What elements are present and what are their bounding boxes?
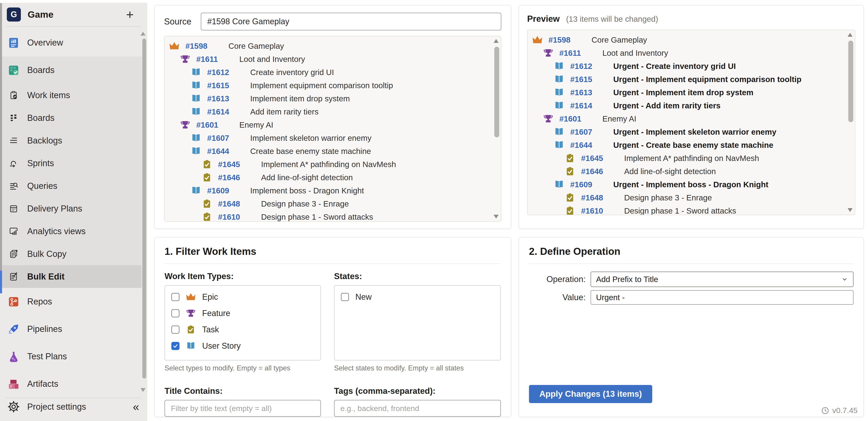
sidebar-item-work-items[interactable]: Work items	[0, 84, 142, 107]
tree-item[interactable]: #1615Implement equipment comparison tool…	[169, 79, 487, 92]
work-item-id[interactable]: #1613	[570, 88, 604, 97]
tree-item[interactable]: #1610Design phase 1 - Sword attacks	[169, 210, 487, 222]
sidebar-item-artifacts[interactable]: Artifacts	[0, 370, 142, 398]
work-item-id[interactable]: #1613	[207, 94, 241, 103]
sidebar-item-backlogs[interactable]: Backlogs	[0, 129, 142, 152]
scroll-down-icon[interactable]	[494, 215, 499, 218]
sidebar-item-overview[interactable]: Overview	[0, 29, 142, 56]
tree-item[interactable]: #1612Create inventory grid UI	[169, 66, 487, 79]
tree-item[interactable]: #1613Implement item drop system	[169, 92, 487, 105]
work-item-id[interactable]: #1598	[549, 35, 583, 44]
scroll-up-icon[interactable]	[494, 39, 499, 43]
sidebar-scrollbar-thumb[interactable]	[142, 38, 146, 379]
work-item-id[interactable]: #1646	[218, 173, 252, 182]
checkbox-row-task[interactable]: Task	[171, 324, 314, 335]
work-item-id[interactable]: #1614	[207, 107, 241, 116]
work-item-id[interactable]: #1648	[581, 193, 615, 202]
work-item-id[interactable]: #1610	[581, 206, 615, 215]
tags-input[interactable]	[334, 400, 501, 417]
tree-item[interactable]: #1646Add line-of-sight detection	[532, 165, 841, 178]
sidebar-item-boards[interactable]: Boards	[0, 107, 142, 129]
work-item-id[interactable]: #1615	[207, 81, 241, 90]
sidebar-item-boards[interactable]: Boards	[0, 56, 142, 84]
sidebar-item-bulk-edit[interactable]: Bulk Edit	[0, 265, 142, 288]
unchecked-checkbox[interactable]	[171, 326, 180, 334]
tree-item[interactable]: #1598Core Gameplay	[532, 33, 841, 47]
sidebar-item-sprints[interactable]: Sprints	[0, 152, 142, 175]
scrollbar-thumb[interactable]	[494, 47, 499, 138]
tree-item[interactable]: #1644Create base enemy state machine	[169, 145, 487, 158]
work-item-id[interactable]: #1607	[570, 127, 604, 137]
sidebar-scroll-down-icon[interactable]	[141, 388, 146, 392]
checkbox-row-feature[interactable]: Feature	[171, 308, 314, 319]
work-item-id[interactable]: #1612	[207, 68, 241, 77]
sidebar-item-project-settings[interactable]: Project settings «	[0, 398, 147, 415]
tree-item[interactable]: #1607Implement skeleton warrior enemy	[169, 131, 487, 145]
tree-item[interactable]: #1609Urgent - Implement boss - Dragon Kn…	[532, 178, 841, 191]
scrollbar-thumb[interactable]	[848, 40, 853, 122]
scroll-up-icon[interactable]	[847, 33, 852, 37]
unchecked-checkbox[interactable]	[341, 293, 349, 301]
work-item-id[interactable]: #1601	[559, 114, 593, 123]
sidebar-item-pipelines[interactable]: Pipelines	[0, 315, 142, 343]
work-item-id[interactable]: #1645	[581, 154, 615, 163]
tree-item[interactable]: #1610Design phase 1 - Sword attacks	[532, 204, 841, 215]
sidebar-item-repos[interactable]: Repos	[0, 288, 142, 315]
work-item-id[interactable]: #1607	[207, 133, 241, 143]
tree-item[interactable]: #1601Enemy AI	[169, 118, 487, 131]
collapse-sidebar-icon[interactable]: «	[133, 400, 139, 413]
work-item-id[interactable]: #1615	[570, 75, 604, 84]
tree-item[interactable]: #1612Urgent - Create inventory grid UI	[532, 60, 841, 73]
work-item-id[interactable]: #1609	[570, 180, 604, 189]
add-project-button[interactable]: +	[126, 8, 134, 21]
work-item-id[interactable]: #1612	[570, 62, 604, 71]
work-item-id[interactable]: #1609	[207, 186, 241, 195]
work-item-id[interactable]: #1610	[218, 212, 252, 221]
work-item-id[interactable]: #1611	[559, 49, 593, 58]
tree-item[interactable]: #1614Add item rarity tiers	[169, 105, 487, 118]
tree-item[interactable]: #1648Design phase 3 - Enrage	[169, 197, 487, 210]
sidebar-item-delivery-plans[interactable]: Delivery Plans	[0, 197, 142, 220]
unchecked-checkbox[interactable]	[171, 309, 180, 318]
checkbox-row-epic[interactable]: Epic	[171, 292, 314, 302]
scroll-down-icon[interactable]	[847, 208, 852, 212]
tree-item[interactable]: #1609Implement boss - Dragon Knight	[169, 184, 487, 197]
tree-item[interactable]: #1645Implement A* pathfinding on NavMesh	[169, 158, 487, 171]
tree-item[interactable]: #1601Enemy AI	[532, 112, 841, 125]
tree-item[interactable]: #1646Add line-of-sight detection	[169, 171, 487, 184]
checkbox-row-user-story[interactable]: User Story	[171, 340, 314, 352]
sidebar-item-analytics-views[interactable]: Analytics views	[0, 220, 142, 243]
work-item-id[interactable]: #1601	[196, 120, 230, 129]
work-item-id[interactable]: #1611	[196, 55, 230, 64]
tree-item[interactable]: #1644Urgent - Create base enemy state ma…	[532, 139, 841, 152]
title-contains-input[interactable]	[164, 400, 321, 417]
work-item-id[interactable]: #1644	[570, 141, 604, 150]
tree-item[interactable]: #1615Urgent - Implement equipment compar…	[532, 73, 841, 86]
work-item-id[interactable]: #1648	[218, 199, 252, 208]
tree-item[interactable]: #1613Urgent - Implement item drop system	[532, 86, 841, 99]
tree-item[interactable]: #1611Loot and Inventory	[169, 53, 487, 66]
work-item-id[interactable]: #1646	[581, 167, 615, 176]
tree-item[interactable]: #1607Urgent - Implement skeleton warrior…	[532, 125, 841, 139]
tree-item[interactable]: #1645Implement A* pathfinding on NavMesh	[532, 152, 841, 165]
checked-checkbox[interactable]	[171, 342, 180, 350]
work-item-id[interactable]: #1645	[218, 160, 252, 169]
operation-select[interactable]: Add Prefix to Title	[591, 272, 854, 287]
work-item-id[interactable]: #1614	[570, 101, 604, 110]
apply-changes-button[interactable]: Apply Changes (13 items)	[529, 385, 652, 403]
work-item-id[interactable]: #1644	[207, 147, 241, 156]
checkbox-row-new[interactable]: New	[341, 292, 494, 302]
unchecked-checkbox[interactable]	[171, 293, 180, 301]
tree-item[interactable]: #1614Urgent - Add item rarity tiers	[532, 99, 841, 112]
sidebar-scroll-up-icon[interactable]	[141, 32, 146, 36]
sidebar-item-test-plans[interactable]: Test Plans	[0, 343, 142, 370]
sidebar-item-queries[interactable]: Queries	[0, 175, 142, 197]
tree-item[interactable]: #1648Design phase 3 - Enrage	[532, 191, 841, 204]
work-item-id[interactable]: #1598	[185, 41, 219, 51]
project-logo[interactable]: G	[7, 7, 21, 22]
tree-item[interactable]: #1598Core Gameplay	[169, 39, 487, 53]
sidebar-item-bulk-copy[interactable]: Bulk Copy	[0, 243, 142, 265]
value-input[interactable]	[591, 290, 854, 305]
source-input[interactable]	[201, 13, 501, 30]
tree-item[interactable]: #1611Loot and Inventory	[532, 47, 841, 60]
